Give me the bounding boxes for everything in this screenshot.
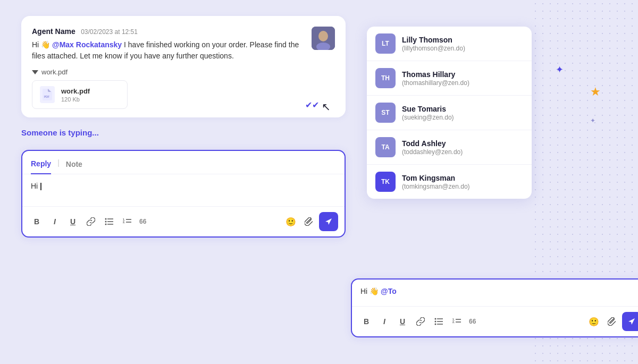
user-name: Sue Tomaris — [402, 105, 454, 113]
user-info: Lilly Thomson(lillythomson@zen.do) — [402, 36, 465, 52]
attach-button[interactable] — [301, 214, 317, 230]
user-email: (tomkingsman@zen.do) — [402, 183, 470, 190]
compose-mention-right: @To — [381, 287, 397, 295]
user-name: Todd Ashley — [402, 139, 463, 148]
tab-reply[interactable]: Reply — [31, 156, 51, 174]
bold-button-right[interactable]: B — [358, 314, 374, 329]
compose-body-left[interactable]: Hi — [22, 174, 345, 206]
compose-body-right[interactable]: Hi 👋 @To — [352, 280, 638, 306]
user-name: Thomas Hillary — [402, 70, 469, 79]
tab-note[interactable]: Note — [66, 157, 82, 174]
message-body: Hi 👋 @Max Rockatansky I have finished wo… — [32, 39, 312, 62]
svg-marker-3 — [32, 70, 38, 74]
underline-button-right[interactable]: U — [394, 314, 410, 329]
message-timestamp: 03/02/2023 at 12:51 — [81, 28, 138, 36]
svg-point-17 — [435, 324, 436, 325]
ordered-list-button-right[interactable]: 1.2. — [449, 314, 465, 329]
underline-button[interactable]: U — [65, 214, 81, 230]
svg-text:PDF: PDF — [44, 95, 49, 98]
user-avatar: LT — [375, 33, 396, 54]
bold-button[interactable]: B — [29, 214, 45, 230]
left-panel: Agent Name 03/02/2023 at 12:51 Hi 👋 @Max… — [21, 16, 346, 348]
user-name: Lilly Thomson — [402, 36, 465, 44]
avatar — [312, 27, 335, 50]
ordered-list-button[interactable]: 1.2. — [119, 214, 135, 230]
svg-text:2.: 2. — [123, 221, 125, 224]
mention-text: @Max Rockatansky — [52, 40, 122, 49]
user-name: Tom Kingsman — [402, 174, 470, 182]
unordered-list-button-right[interactable] — [431, 314, 447, 329]
agent-name: Agent Name — [32, 27, 75, 36]
char-counter: 66 — [137, 214, 148, 230]
user-info: Todd Ashley(toddashley@zen.do) — [402, 139, 463, 156]
user-email: (sueking@zen.do) — [402, 114, 454, 121]
link-button[interactable] — [83, 214, 99, 230]
compose-tabs: Reply | Note — [22, 151, 345, 174]
mention-item[interactable]: TKTom Kingsman(tomkingsman@zen.do) — [367, 165, 532, 199]
message-header-left: Agent Name 03/02/2023 at 12:51 Hi 👋 @Max… — [32, 27, 312, 62]
file-info: work.pdf 120 Kb — [61, 87, 90, 103]
attachment-label: work.pdf — [41, 68, 68, 76]
message-header: Agent Name 03/02/2023 at 12:51 Hi 👋 @Max… — [32, 27, 335, 62]
user-avatar: TH — [375, 68, 396, 88]
emoji-button-right[interactable]: 🙂 — [586, 314, 602, 329]
send-button-right[interactable] — [622, 312, 638, 331]
mention-item[interactable]: THThomas Hillary(thomashillary@zen.do) — [367, 61, 532, 96]
compose-text-right: Hi 👋 — [360, 287, 381, 295]
right-panel: LTLilly Thomson(lillythomson@zen.do)THTh… — [346, 16, 617, 348]
file-name: work.pdf — [61, 87, 90, 95]
italic-button[interactable]: I — [47, 214, 63, 230]
user-info: Tom Kingsman(tomkingsman@zen.do) — [402, 174, 470, 190]
send-button-left[interactable] — [319, 212, 338, 231]
svg-point-16 — [435, 321, 436, 323]
file-size: 120 Kb — [61, 96, 90, 103]
text-cursor — [40, 183, 41, 190]
char-counter-right: 66 — [467, 314, 478, 329]
emoji-button[interactable]: 🙂 — [283, 214, 299, 230]
typing-indicator: Someone is typing... — [21, 126, 346, 141]
link-button-right[interactable] — [413, 314, 429, 329]
attach-button-right[interactable] — [604, 314, 620, 329]
mention-item[interactable]: LTLilly Thomson(lillythomson@zen.do) — [367, 27, 532, 61]
attachment-toggle[interactable]: work.pdf — [32, 68, 335, 76]
tab-divider: | — [57, 158, 60, 172]
italic-button-right[interactable]: I — [376, 314, 392, 329]
svg-text:2.: 2. — [452, 320, 455, 324]
compose-text-left: Hi — [31, 182, 40, 190]
mention-item[interactable]: STSue Tomaris(sueking@zen.do) — [367, 96, 532, 130]
svg-point-1 — [318, 31, 328, 41]
mention-dropdown: LTLilly Thomson(lillythomson@zen.do)THTh… — [367, 27, 532, 199]
compose-toolbar-left: B I U 1.2. 66 🙂 — [22, 206, 345, 236]
svg-point-15 — [435, 318, 436, 320]
compose-toolbar-right: B I U 1.2. 66 🙂 — [352, 306, 638, 336]
unordered-list-button[interactable] — [101, 214, 117, 230]
user-email: (thomashillary@zen.do) — [402, 79, 469, 87]
attachment-section: work.pdf PDF work.pdf 120 Kb — [32, 68, 335, 109]
read-receipt-icon: ✔✔ — [305, 100, 319, 110]
svg-point-7 — [105, 224, 107, 225]
greeting-text: Hi 👋 — [32, 40, 52, 49]
user-avatar: TK — [375, 172, 396, 192]
compose-box-right: Hi 👋 @To B I U 1.2. 66 🙂 — [351, 278, 638, 337]
svg-point-5 — [105, 218, 107, 220]
compose-box-left: Reply | Note Hi B I U 1.2. 66 — [21, 150, 346, 238]
svg-point-6 — [105, 221, 107, 223]
user-info: Thomas Hillary(thomashillary@zen.do) — [402, 70, 469, 87]
attachment-file[interactable]: PDF work.pdf 120 Kb — [32, 80, 128, 109]
mention-item[interactable]: TATodd Ashley(toddashley@zen.do) — [367, 130, 532, 165]
user-info: Sue Tomaris(sueking@zen.do) — [402, 105, 454, 121]
user-email: (toddashley@zen.do) — [402, 148, 463, 156]
cursor-icon: ↖ — [322, 100, 331, 113]
user-email: (lillythomson@zen.do) — [402, 45, 465, 52]
user-avatar: TA — [375, 137, 396, 157]
main-container: Agent Name 03/02/2023 at 12:51 Hi 👋 @Max… — [0, 0, 638, 364]
file-icon: PDF — [40, 86, 55, 103]
user-avatar: ST — [375, 103, 396, 123]
message-card: Agent Name 03/02/2023 at 12:51 Hi 👋 @Max… — [21, 16, 346, 117]
